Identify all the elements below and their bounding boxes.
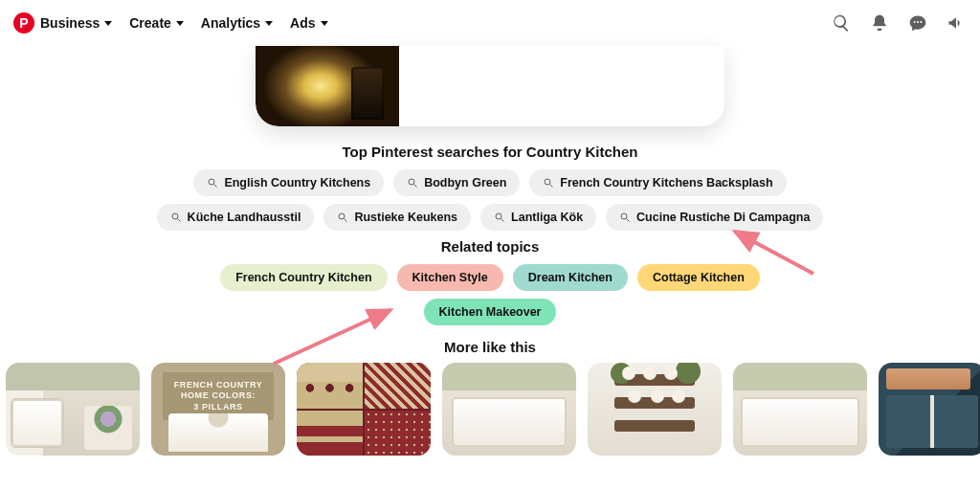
chat-icon[interactable]: [907, 12, 928, 33]
search-pill-label: Bodbyn Green: [424, 176, 506, 189]
search-pill[interactable]: Küche Landhausstil: [157, 204, 315, 231]
search-pill-label: Lantliga Kök: [511, 211, 583, 224]
svg-line-9: [345, 219, 347, 222]
svg-line-1: [214, 185, 217, 188]
header-actions: [831, 12, 967, 33]
search-pill[interactable]: French Country Kitchens Backsplash: [529, 169, 786, 196]
search-icon: [543, 177, 554, 189]
svg-point-0: [209, 179, 214, 185]
top-header: P Business Create Analytics Ads: [0, 0, 980, 46]
thumb-overlay-text: FRENCH COUNTRYHOME COLORS:3 PILLARS: [163, 372, 274, 420]
search-icon: [337, 212, 348, 223]
search-pill[interactable]: Rustieke Keukens: [323, 204, 471, 231]
more-like-this-grid: FRENCH COUNTRYHOME COLORS:3 PILLARS: [0, 363, 980, 456]
hero-image: [256, 46, 399, 126]
primary-nav: Business Create Analytics Ads: [40, 15, 328, 31]
svg-point-2: [409, 179, 414, 185]
chevron-down-icon: [104, 21, 112, 26]
search-pill-label: Cucine Rustiche Di Campagna: [636, 211, 810, 224]
svg-point-6: [172, 213, 178, 219]
svg-line-7: [177, 219, 180, 222]
top-searches-row-1: English Country KitchensBodbyn GreenFren…: [0, 169, 980, 196]
result-card[interactable]: [879, 363, 980, 456]
result-card[interactable]: [297, 363, 431, 456]
search-pill[interactable]: Lantliga Kök: [480, 204, 596, 231]
chevron-down-icon: [265, 21, 273, 26]
top-searches-row-2: Küche LandhausstilRustieke KeukensLantli…: [0, 204, 980, 231]
related-topics-row-2: Kitchen Makeover: [0, 299, 980, 325]
nav-label: Business: [40, 15, 100, 31]
nav-business[interactable]: Business: [40, 15, 112, 31]
nav-ads[interactable]: Ads: [290, 15, 327, 31]
nav-label: Ads: [290, 15, 315, 31]
pinterest-logo[interactable]: P: [13, 12, 34, 33]
search-pill-label: Rustieke Keukens: [354, 211, 457, 224]
search-icon: [207, 177, 218, 189]
chevron-down-icon: [176, 21, 184, 26]
related-topics-row-1: French Country KitchenKitchen StyleDream…: [0, 264, 980, 291]
nav-label: Analytics: [201, 15, 260, 31]
nav-analytics[interactable]: Analytics: [201, 15, 273, 31]
chevron-down-icon: [321, 21, 328, 26]
search-pill-label: English Country Kitchens: [224, 176, 370, 189]
nav-create[interactable]: Create: [129, 15, 184, 31]
search-icon: [494, 212, 505, 223]
hero-body: [399, 46, 724, 126]
search-icon: [407, 177, 418, 189]
search-icon: [619, 212, 631, 223]
bell-icon[interactable]: [869, 12, 890, 33]
related-topic-pill[interactable]: Kitchen Style: [397, 264, 503, 291]
related-topic-pill[interactable]: Cottage Kitchen: [637, 264, 760, 291]
result-card[interactable]: FRENCH COUNTRYHOME COLORS:3 PILLARS: [151, 363, 285, 456]
related-topic-pill[interactable]: Kitchen Makeover: [424, 299, 557, 325]
svg-point-8: [339, 213, 345, 219]
search-pill-label: Küche Landhausstil: [188, 211, 301, 224]
hero-card-wrap: [0, 46, 980, 126]
top-searches-title: Top Pinterest searches for Country Kitch…: [0, 144, 980, 160]
bird-badge-icon: [836, 425, 858, 446]
svg-point-4: [545, 179, 550, 185]
result-card[interactable]: [588, 363, 722, 456]
result-card[interactable]: [733, 363, 867, 456]
search-icon[interactable]: [831, 12, 852, 33]
svg-point-12: [621, 213, 627, 219]
svg-point-10: [496, 213, 501, 219]
related-topics-title: Related topics: [0, 238, 980, 255]
nav-label: Create: [129, 15, 171, 31]
svg-line-11: [501, 219, 504, 222]
search-pill[interactable]: Bodbyn Green: [393, 169, 520, 196]
result-card[interactable]: [6, 363, 140, 456]
search-pill[interactable]: English Country Kitchens: [193, 169, 384, 196]
hero-card[interactable]: [256, 46, 724, 126]
svg-line-13: [627, 219, 630, 222]
search-pill-label: French Country Kitchens Backsplash: [560, 176, 772, 189]
more-like-this-title: More like this: [0, 339, 980, 355]
related-topic-pill[interactable]: Dream Kitchen: [513, 264, 628, 291]
megaphone-icon[interactable]: [946, 12, 967, 33]
svg-line-5: [550, 185, 553, 188]
search-pill[interactable]: Cucine Rustiche Di Campagna: [606, 204, 823, 231]
related-topic-pill[interactable]: French Country Kitchen: [220, 264, 387, 291]
result-card[interactable]: [442, 363, 576, 456]
svg-line-3: [414, 185, 417, 188]
search-icon: [170, 212, 182, 223]
